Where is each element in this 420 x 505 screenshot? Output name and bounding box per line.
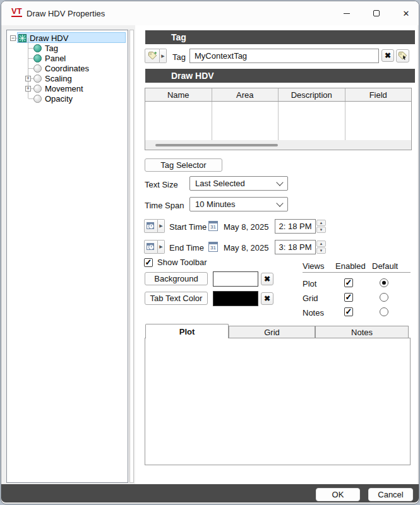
clear-icon: ✖ [264, 294, 270, 303]
spin-up-button[interactable]: ▲ [316, 241, 326, 247]
text-size-select[interactable]: Last Selected [189, 176, 288, 191]
tree-item-label: Opacity [45, 94, 73, 104]
calendar-day: 31 [210, 245, 216, 251]
ok-button[interactable]: OK [316, 488, 360, 501]
tab-notes[interactable]: Notes [315, 326, 409, 338]
window-title: Draw HDV Properties [27, 9, 105, 18]
spin-down-icon: ▼ [320, 249, 323, 252]
status-dot-icon [33, 95, 42, 103]
start-date-value[interactable]: May 8, 2025 [224, 222, 269, 232]
notes-enabled-checkbox[interactable] [344, 307, 353, 316]
tree-item-tag[interactable]: Tag [33, 43, 58, 53]
calendar-clock-icon [147, 243, 155, 251]
table-cell [145, 102, 212, 140]
spin-up-icon: ▲ [320, 221, 323, 225]
chevron-down-icon [276, 179, 283, 186]
end-time-value[interactable]: 3: 18 PM [275, 240, 316, 254]
tree-item-label: Panel [45, 54, 66, 63]
views-header-divider [303, 272, 411, 273]
property-tree: − Draw HDV Tag Panel Coordinates + Scali… [6, 30, 128, 483]
calendar-icon[interactable]: 31 [208, 242, 218, 252]
tab-grid[interactable]: Grid [229, 326, 315, 338]
horizontal-scrollbar[interactable] [145, 140, 411, 150]
show-toolbar-checkbox[interactable] [144, 258, 153, 267]
end-time-dropdown-button[interactable]: ▶ [158, 240, 165, 254]
plot-default-radio[interactable] [380, 278, 388, 287]
show-toolbar-option[interactable]: Show Toolbar [144, 258, 207, 267]
tag-section-header: Tag [145, 30, 415, 44]
notes-default-radio[interactable] [380, 307, 388, 316]
spin-up-button[interactable]: ▲ [316, 220, 326, 226]
title-bar: VT Draw HDV Properties ✕ [1, 1, 419, 25]
tag-picker-icon [398, 51, 407, 61]
scrollbar-thumb[interactable] [155, 144, 278, 146]
calendar-icon[interactable]: 31 [208, 221, 218, 231]
start-time-picker-button[interactable] [144, 219, 158, 233]
column-header-description[interactable]: Description [279, 88, 345, 101]
hdv-section-header: Draw HDV [145, 69, 415, 83]
column-header-field[interactable]: Field [345, 88, 412, 101]
spin-down-button[interactable]: ▼ [316, 227, 326, 233]
plot-tab-panel [145, 338, 411, 465]
tag-clear-button[interactable]: ✖ [381, 49, 394, 62]
start-time-value[interactable]: 2: 18 PM [275, 219, 316, 234]
views-row-grid-label: Grid [303, 294, 318, 303]
grid-enabled-checkbox[interactable] [344, 293, 353, 302]
calendar-day: 31 [210, 224, 216, 230]
end-time-picker-button[interactable] [144, 240, 158, 254]
tree-item-label: Tag [45, 44, 58, 53]
tree-item-opacity[interactable]: Opacity [33, 93, 73, 104]
tag-dropdown-button[interactable]: ▶ [160, 49, 167, 63]
show-toolbar-label: Show Toolbar [157, 258, 207, 267]
minimize-icon [344, 13, 350, 14]
tree-item-movement[interactable]: Movement [33, 83, 83, 93]
end-date-value[interactable]: May 8, 2025 [224, 243, 269, 252]
spin-up-icon: ▲ [320, 242, 323, 246]
close-icon: ✕ [403, 9, 410, 18]
tab-text-color-swatch [213, 291, 258, 306]
clear-icon: ✖ [264, 275, 270, 283]
maximize-button[interactable] [367, 6, 386, 20]
cancel-button[interactable]: Cancel [368, 488, 413, 501]
time-span-value: 10 Minutes [195, 199, 236, 209]
tree-item-coordinates[interactable]: Coordinates [33, 63, 89, 73]
tag-input[interactable] [189, 49, 379, 63]
column-header-name[interactable]: Name [145, 88, 212, 101]
tag-add-button[interactable] [145, 49, 160, 63]
calendar-clock-icon [147, 222, 155, 230]
status-dot-icon [33, 85, 42, 93]
spin-down-button[interactable]: ▼ [316, 247, 326, 254]
close-button[interactable]: ✕ [397, 6, 416, 20]
tab-text-color-button[interactable]: Tab Text Color [145, 292, 208, 305]
dialog-window: VT Draw HDV Properties ✕ − Draw HDV Tag [1, 1, 419, 504]
tree-item-panel[interactable]: Panel [33, 53, 66, 63]
plot-enabled-checkbox[interactable] [344, 278, 353, 287]
views-row-notes-label: Notes [303, 308, 324, 318]
start-time-label: Start Time [169, 222, 207, 232]
end-time-spinner: ▲ ▼ [316, 241, 326, 254]
tag-picker-button[interactable] [396, 49, 409, 62]
background-color-button[interactable]: Background [145, 272, 208, 285]
views-column-header: Views [303, 261, 324, 271]
grid-default-radio[interactable] [380, 293, 388, 302]
background-clear-button[interactable]: ✖ [261, 273, 273, 285]
minimize-button[interactable] [337, 6, 356, 20]
tree-item-label: Scaling [45, 74, 72, 83]
tree-expander-icon[interactable]: − [10, 35, 16, 41]
column-header-area[interactable]: Area [212, 88, 279, 101]
time-span-select[interactable]: 10 Minutes [189, 197, 288, 211]
status-dot-icon [33, 64, 42, 73]
start-time-dropdown-button[interactable]: ▶ [158, 219, 165, 233]
tree-expander-icon[interactable]: + [25, 86, 31, 92]
vertical-scrollbar[interactable] [129, 30, 134, 483]
dialog-footer: OK Cancel [1, 484, 419, 502]
side-arrow-icon: ▶ [159, 223, 162, 229]
tab-text-color-clear-button[interactable]: ✖ [261, 292, 273, 305]
tree-item-draw-hdv[interactable]: Draw HDV [18, 33, 68, 43]
hdv-table: Name Area Description Field [145, 88, 412, 150]
tag-selector-button[interactable]: Tag Selector [145, 158, 222, 172]
status-dot-icon [33, 54, 42, 62]
tree-expander-icon[interactable]: + [25, 76, 31, 81]
tab-plot[interactable]: Plot [145, 324, 229, 338]
tree-item-scaling[interactable]: Scaling [33, 73, 72, 83]
